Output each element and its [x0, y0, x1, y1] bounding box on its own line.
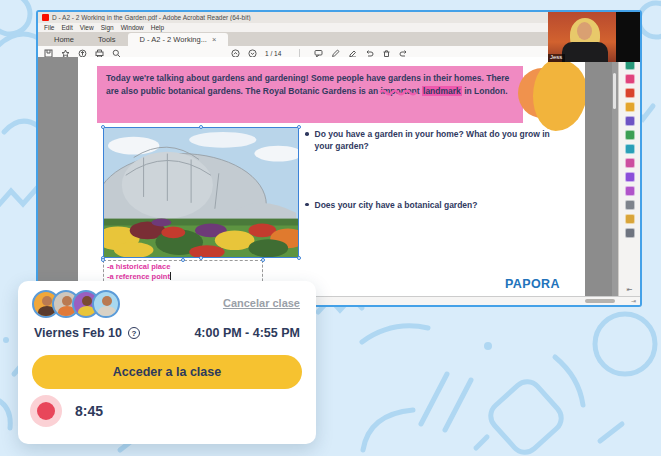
timer-value: 8:45 [75, 403, 103, 419]
stamp-icon[interactable] [625, 186, 635, 196]
resize-handle[interactable] [297, 256, 301, 260]
participant-avatars [32, 290, 120, 318]
webcam-video-tile[interactable]: Jess [548, 12, 640, 62]
edit-pdf-icon[interactable] [625, 88, 635, 98]
class-time: 4:00 PM - 4:55 PM [194, 326, 300, 340]
scribbled-word: important [380, 86, 419, 96]
scrollbar-end-icon[interactable]: ⇥ [631, 297, 636, 305]
garden-photo[interactable] [103, 127, 299, 258]
measure-icon[interactable] [625, 200, 635, 210]
adobe-app-icon [42, 14, 49, 21]
join-class-button[interactable]: Acceder a la clase [32, 355, 302, 389]
menu-window[interactable]: Window [121, 24, 144, 31]
intro-text-end: in London. [462, 86, 508, 96]
resize-handle[interactable] [101, 258, 105, 262]
menu-edit[interactable]: Edit [61, 24, 72, 31]
question-item: Does your city have a botanical garden? [305, 199, 563, 211]
pdf-page: Today we're talking about gardens and ga… [78, 57, 585, 296]
pdf-viewport: Today we're talking about gardens and ga… [38, 57, 640, 297]
organize-pages-icon[interactable] [625, 130, 635, 140]
tab-close-icon[interactable]: × [212, 35, 216, 44]
cancel-class-link[interactable]: Cancelar clase [223, 297, 300, 309]
comment-tool-icon[interactable] [625, 102, 635, 112]
collapse-panel-icon[interactable]: ⇤ [619, 286, 640, 294]
resize-handle[interactable] [261, 258, 265, 262]
menu-file[interactable]: File [44, 24, 54, 31]
avatar [92, 290, 120, 318]
record-dot-icon [37, 402, 55, 420]
combine-files-icon[interactable] [625, 116, 635, 126]
teacher-face [577, 22, 592, 40]
resize-handle[interactable] [297, 125, 301, 129]
class-info-card: Cancelar clase Viernes Feb 10 ? 4:00 PM … [18, 281, 316, 444]
request-signatures-icon[interactable] [625, 172, 635, 182]
compress-pdf-icon[interactable] [625, 144, 635, 154]
garden-photo-image [104, 128, 298, 257]
participant-name-label: Jess [548, 54, 565, 62]
menu-sign[interactable]: Sign [101, 24, 114, 31]
papora-logo: PAPORA [505, 277, 560, 291]
tools-panel: ⇤ [618, 57, 640, 297]
highlighted-word: landmark [422, 86, 462, 96]
resize-handle[interactable] [181, 258, 185, 262]
annotation-line: -a historical place [107, 262, 259, 272]
tab-home[interactable]: Home [42, 33, 86, 46]
text-cursor [170, 272, 171, 280]
question-item: Do you have a garden in your home? What … [305, 128, 563, 153]
pen-scribble-annotation [379, 88, 419, 97]
resize-handle[interactable] [101, 125, 105, 129]
bullet-dot [305, 203, 309, 207]
page-indicator[interactable]: 1 / 14 [265, 50, 281, 57]
tab-tools[interactable]: Tools [86, 33, 128, 46]
menu-view[interactable]: View [80, 24, 94, 31]
resize-handle[interactable] [199, 125, 203, 129]
class-date: Viernes Feb 10 [34, 326, 122, 340]
question-text: Does your city have a botanical garden? [315, 199, 478, 211]
tab-document-label: D - A2 - 2 Working... [140, 35, 207, 44]
tab-document[interactable]: D - A2 - 2 Working... × [128, 33, 229, 46]
horizontal-scrollbar-thumb[interactable] [585, 299, 615, 303]
menu-help[interactable]: Help [151, 24, 164, 31]
record-dot-halo [30, 395, 62, 427]
screen: D - A2 - 2 Working in the Garden.pdf - A… [0, 0, 661, 456]
help-icon[interactable]: ? [128, 327, 140, 339]
bullet-dot [305, 132, 309, 136]
fill-sign-icon[interactable] [625, 158, 635, 168]
question-list: Do you have a garden in your home? What … [305, 128, 563, 211]
schedule-row: Viernes Feb 10 ? 4:00 PM - 4:55 PM [34, 326, 300, 340]
create-pdf-icon[interactable] [625, 74, 635, 84]
yellow-decorative-blob [533, 59, 585, 131]
protect-icon[interactable] [625, 214, 635, 224]
vertical-scrollbar-thumb[interactable] [613, 73, 616, 109]
teacher-torso [562, 42, 608, 62]
countdown-timer: 8:45 [30, 395, 103, 427]
more-tools-icon[interactable] [625, 228, 635, 238]
intro-text-block: Today we're talking about gardens and ga… [97, 66, 523, 123]
question-text: Do you have a garden in your home? What … [315, 128, 564, 153]
window-title: D - A2 - 2 Working in the Garden.pdf - A… [52, 14, 251, 21]
